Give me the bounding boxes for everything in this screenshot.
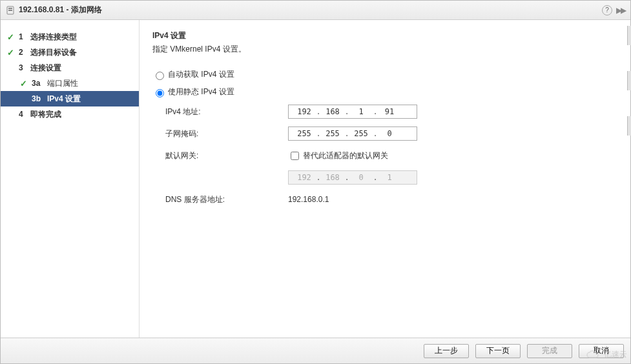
radio-auto-input[interactable] <box>156 72 164 80</box>
step-num: 3 <box>16 63 30 72</box>
static-ipv4-form: IPv4 地址: 192. 168. 1. 91 子网掩码: 255. 255.… <box>165 104 617 207</box>
ip-address-input[interactable]: 192. 168. 1. 91 <box>288 105 417 119</box>
ip-octet: 192 <box>293 173 316 182</box>
step-label: 连接设置 <box>30 63 134 74</box>
step-label: IPv4 设置 <box>47 94 134 105</box>
dot: . <box>373 129 378 138</box>
dot: . <box>373 173 378 182</box>
mask-label: 子网掩码: <box>165 128 288 139</box>
row-subnet-mask: 子网掩码: 255. 255. 255. 0 <box>165 126 617 141</box>
dot: . <box>373 107 378 116</box>
row-gateway-value: 192. 168. 0. 1 <box>165 170 617 185</box>
dot: . <box>316 107 321 116</box>
dot: . <box>316 129 321 138</box>
override-gateway-checkbox[interactable] <box>291 152 299 160</box>
dot: . <box>344 129 349 138</box>
next-button[interactable]: 下一页 <box>475 344 521 358</box>
check-icon: ✓ <box>20 79 29 88</box>
step-connection-type[interactable]: ✓ 1 选择连接类型 <box>1 29 139 45</box>
step-label: 选择连接类型 <box>30 32 134 43</box>
gw-label: 默认网关: <box>165 150 288 161</box>
ip-octet[interactable]: 255 <box>293 129 316 138</box>
ip-octet[interactable]: 0 <box>378 129 401 138</box>
row-default-gateway: 默认网关: 替代此适配器的默认网关 <box>165 148 617 163</box>
step-num: 1 <box>16 32 30 41</box>
ip-octet[interactable]: 1 <box>349 107 373 116</box>
ip-octet[interactable]: 168 <box>321 107 344 116</box>
dialog-window: 192.168.0.81 - 添加网络 ? ▶▶ ✓ 1 选择连接类型 ✓ 2 … <box>0 0 631 364</box>
step-port-properties[interactable]: ✓ 3a 端口属性 <box>1 76 139 91</box>
dot: . <box>344 173 349 182</box>
dot: . <box>316 173 321 182</box>
window-title: 192.168.0.81 - 添加网络 <box>19 5 602 15</box>
step-num: 2 <box>16 48 30 57</box>
wizard-content: IPv4 设置 指定 VMkernel IPv4 设置。 自动获取 IPv4 设… <box>140 20 630 338</box>
step-connection-settings[interactable]: 3 连接设置 <box>1 60 139 76</box>
radio-static-input[interactable] <box>156 89 164 97</box>
dns-value: 192.168.0.1 <box>288 195 329 204</box>
radio-static-ipv4[interactable]: 使用静态 IPv4 设置 <box>152 86 617 97</box>
dot: . <box>344 107 349 116</box>
section-title: IPv4 设置 <box>152 30 617 41</box>
svg-rect-1 <box>8 8 12 9</box>
step-label: 即将完成 <box>30 109 134 120</box>
back-button[interactable]: 上一步 <box>424 344 469 358</box>
wizard-sidebar: ✓ 1 选择连接类型 ✓ 2 选择目标设备 3 连接设置 ✓ 3a 端口属性 <box>1 20 140 338</box>
section-subtitle: 指定 VMkernel IPv4 设置。 <box>152 44 617 55</box>
host-icon <box>6 6 15 15</box>
watermark: 亿速云 <box>586 349 627 360</box>
step-ready-complete[interactable]: 4 即将完成 <box>1 106 139 122</box>
edge-stub <box>627 116 631 136</box>
gateway-input: 192. 168. 0. 1 <box>288 170 417 185</box>
subnet-mask-input[interactable]: 255. 255. 255. 0 <box>288 126 417 141</box>
ip-octet: 1 <box>378 173 401 182</box>
step-target-device[interactable]: ✓ 2 选择目标设备 <box>1 45 139 60</box>
advance-icon[interactable]: ▶▶ <box>616 6 625 15</box>
ip-octet[interactable]: 255 <box>349 129 373 138</box>
dialog-body: ✓ 1 选择连接类型 ✓ 2 选择目标设备 3 连接设置 ✓ 3a 端口属性 <box>1 20 630 338</box>
row-ip-address: IPv4 地址: 192. 168. 1. 91 <box>165 104 617 119</box>
title-bar: 192.168.0.81 - 添加网络 ? ▶▶ <box>1 1 630 20</box>
step-num: 4 <box>16 110 30 119</box>
dns-label: DNS 服务器地址: <box>165 194 288 205</box>
ip-octet[interactable]: 255 <box>321 129 344 138</box>
ip-octet: 168 <box>321 173 344 182</box>
ip-octet[interactable]: 91 <box>378 107 401 116</box>
override-gateway-label: 替代此适配器的默认网关 <box>303 150 388 161</box>
dialog-footer: 上一步 下一页 完成 取消 <box>1 338 630 363</box>
help-icon[interactable]: ? <box>602 5 612 15</box>
check-icon: ✓ <box>7 48 16 57</box>
step-label: 选择目标设备 <box>30 47 134 58</box>
finish-button: 完成 <box>527 344 572 358</box>
ip-octet[interactable]: 192 <box>293 107 316 116</box>
row-dns: DNS 服务器地址: 192.168.0.1 <box>165 192 617 207</box>
radio-auto-label: 自动获取 IPv4 设置 <box>168 69 234 80</box>
step-num: 3a <box>29 79 47 88</box>
step-ipv4-settings[interactable]: 3b IPv4 设置 <box>1 91 139 106</box>
cloud-icon <box>586 350 601 360</box>
ip-label: IPv4 地址: <box>165 106 288 117</box>
svg-rect-2 <box>8 10 12 11</box>
radio-static-label: 使用静态 IPv4 设置 <box>168 86 234 97</box>
edge-stub <box>627 71 631 90</box>
step-num: 3b <box>29 94 47 103</box>
check-icon: ✓ <box>7 32 16 42</box>
watermark-text: 亿速云 <box>604 349 627 360</box>
ip-octet: 0 <box>349 173 373 182</box>
edge-stub <box>627 26 631 45</box>
step-label: 端口属性 <box>47 78 134 89</box>
radio-auto-ipv4[interactable]: 自动获取 IPv4 设置 <box>152 69 617 80</box>
